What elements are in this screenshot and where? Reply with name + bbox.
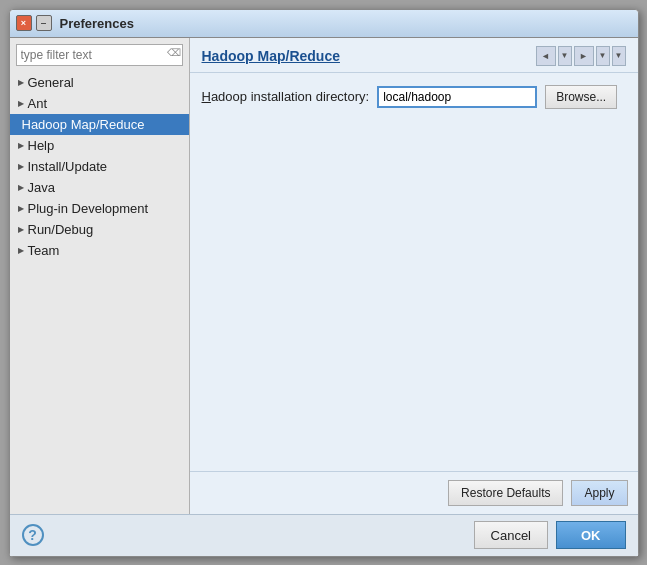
content-area: ⌫ ▶ General ▶ Ant Hadoop Map/Reduce ▶ He… [10, 38, 638, 514]
filter-box: ⌫ [16, 44, 183, 66]
sidebar-item-install-update[interactable]: ▶ Install/Update [10, 156, 189, 177]
title-bar: × – Preferences [10, 10, 638, 38]
sidebar-item-label: General [28, 75, 74, 90]
hadoop-dir-input[interactable] [377, 86, 537, 108]
footer-right: Cancel OK [474, 521, 626, 549]
arrow-icon: ▶ [18, 246, 24, 255]
sidebar-item-label: Run/Debug [28, 222, 94, 237]
footer: ? Cancel OK [10, 514, 638, 556]
sidebar-item-plug-in-development[interactable]: ▶ Plug-in Development [10, 198, 189, 219]
cancel-button[interactable]: Cancel [474, 521, 548, 549]
main-header: Hadoop Map/Reduce ◄ ▼ ► ▼ ▼ [190, 38, 638, 73]
header-nav: ◄ ▼ ► ▼ ▼ [536, 46, 626, 66]
sidebar-item-run-debug[interactable]: ▶ Run/Debug [10, 219, 189, 240]
filter-clear-icon[interactable]: ⌫ [167, 47, 181, 58]
footer-left: ? [22, 524, 44, 546]
sidebar-item-label: Team [28, 243, 60, 258]
preferences-window: × – Preferences ⌫ ▶ General ▶ Ant Hadoop… [9, 9, 639, 557]
arrow-icon: ▶ [18, 183, 24, 192]
sidebar-item-team[interactable]: ▶ Team [10, 240, 189, 261]
arrow-icon: ▶ [18, 204, 24, 213]
main-content: Hadoop installation directory: Browse... [190, 73, 638, 471]
hadoop-dir-field-row: Hadoop installation directory: Browse... [202, 85, 626, 109]
forward-dropdown-button[interactable]: ▼ [596, 46, 610, 66]
arrow-icon: ▶ [18, 78, 24, 87]
arrow-icon: ▶ [18, 99, 24, 108]
apply-button[interactable]: Apply [571, 480, 627, 506]
window-controls: × – [16, 15, 52, 31]
back-button[interactable]: ◄ [536, 46, 556, 66]
main-panel: Hadoop Map/Reduce ◄ ▼ ► ▼ ▼ Hadoop insta… [190, 38, 638, 514]
sidebar-item-ant[interactable]: ▶ Ant [10, 93, 189, 114]
forward-button[interactable]: ► [574, 46, 594, 66]
arrow-icon: ▶ [18, 162, 24, 171]
browse-button[interactable]: Browse... [545, 85, 617, 109]
back-dropdown-button[interactable]: ▼ [558, 46, 572, 66]
sidebar-item-java[interactable]: ▶ Java [10, 177, 189, 198]
page-title: Hadoop Map/Reduce [202, 48, 340, 64]
sidebar: ⌫ ▶ General ▶ Ant Hadoop Map/Reduce ▶ He… [10, 38, 190, 514]
filter-input[interactable] [16, 44, 183, 66]
window-title: Preferences [60, 16, 134, 31]
sidebar-item-help[interactable]: ▶ Help [10, 135, 189, 156]
sidebar-item-label: Hadoop Map/Reduce [22, 117, 145, 132]
sidebar-item-hadoop-map-reduce[interactable]: Hadoop Map/Reduce [10, 114, 189, 135]
ok-button[interactable]: OK [556, 521, 626, 549]
arrow-icon: ▶ [18, 225, 24, 234]
sidebar-item-label: Java [28, 180, 55, 195]
help-button[interactable]: ? [22, 524, 44, 546]
sidebar-item-label: Help [28, 138, 55, 153]
hadoop-dir-label: Hadoop installation directory: [202, 89, 370, 104]
menu-button[interactable]: ▼ [612, 46, 626, 66]
sidebar-item-general[interactable]: ▶ General [10, 72, 189, 93]
sidebar-item-label: Install/Update [28, 159, 108, 174]
minimize-button[interactable]: – [36, 15, 52, 31]
restore-defaults-button[interactable]: Restore Defaults [448, 480, 563, 506]
close-button[interactable]: × [16, 15, 32, 31]
sidebar-item-label: Plug-in Development [28, 201, 149, 216]
sidebar-item-label: Ant [28, 96, 48, 111]
arrow-icon: ▶ [18, 141, 24, 150]
panel-action-buttons: Restore Defaults Apply [190, 471, 638, 514]
